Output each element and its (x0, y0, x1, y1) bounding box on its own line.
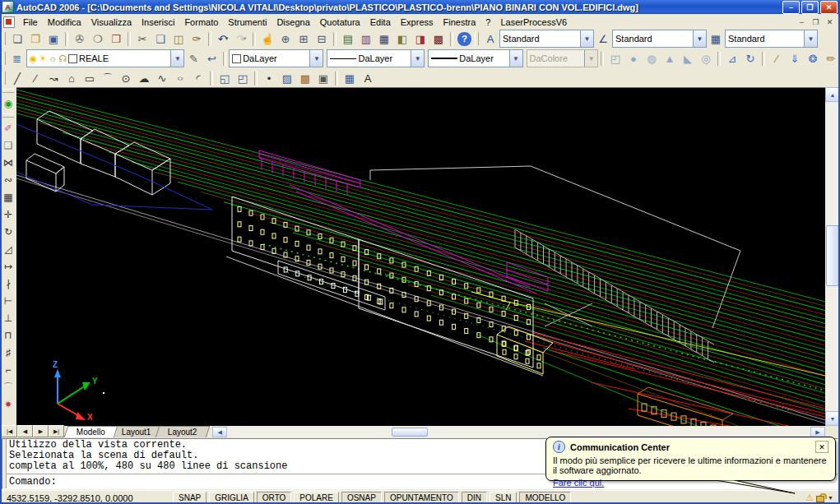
polyline-button[interactable]: ↝ (44, 69, 63, 87)
menu-visualizza[interactable]: Visualizza (86, 16, 137, 29)
menu-edita[interactable]: Edita (365, 16, 396, 29)
menu-express[interactable]: Express (396, 16, 439, 29)
zoom-window-button[interactable]: ⊞ (295, 30, 313, 48)
redo-dropdown-arrow[interactable]: ▾ (244, 35, 247, 42)
undo-button[interactable]: ↶▾ (214, 30, 232, 48)
box-button[interactable]: ◰ (606, 49, 624, 67)
cylinder-button[interactable]: ◍ (643, 49, 661, 67)
help-button[interactable]: ? (457, 32, 471, 46)
doc-minimize-button[interactable]: – (795, 16, 809, 28)
publish-button[interactable]: ❒ (107, 30, 125, 48)
extend-button[interactable]: ⊢ (0, 292, 16, 309)
chevron-down-icon[interactable]: ▼ (170, 50, 183, 67)
new-file-button[interactable]: ❏ (8, 30, 26, 48)
restore-button[interactable]: ❐ (801, 1, 819, 14)
tab-prev-button[interactable]: ◀ (17, 425, 33, 437)
doc-restore-button[interactable]: ❐ (809, 16, 823, 28)
copy-object-button[interactable]: ❏ (0, 136, 16, 154)
menu-modifica[interactable]: Modifica (43, 16, 86, 29)
point-button[interactable]: • (260, 69, 278, 87)
horizontal-scroll-thumb[interactable] (392, 428, 428, 437)
dim-style-combo[interactable]: Standard ▼ (612, 30, 707, 48)
toolbar-grip[interactable] (475, 32, 479, 45)
tab-last-button[interactable]: ▶| (49, 425, 64, 437)
make-block-button[interactable]: ◰ (234, 69, 252, 87)
chevron-down-icon[interactable]: ▼ (411, 50, 424, 67)
lineweight-combo[interactable]: DaLayer ▼ (428, 49, 522, 67)
circle-button[interactable]: ⊙ (117, 69, 135, 87)
toggle-opuntamento[interactable]: OPUNTAMENTO (384, 492, 459, 504)
fillet-button[interactable]: ⌒ (0, 378, 16, 395)
toolbar-grip[interactable] (2, 113, 14, 118)
unlock-icon[interactable] (816, 493, 825, 503)
hatch-button[interactable]: ▨ (278, 69, 296, 87)
zoom-previous-button[interactable]: ⊟ (313, 30, 331, 48)
minimize-button[interactable]: – (782, 1, 800, 14)
move-button[interactable]: ✛ (0, 206, 16, 223)
menu-file[interactable]: File (18, 16, 43, 29)
menu-quotatura[interactable]: Quotatura (315, 16, 365, 29)
extrude-button[interactable]: ⊿ (723, 49, 741, 67)
table-button[interactable]: ▦ (341, 69, 359, 87)
rectangle-button[interactable]: ▭ (81, 69, 99, 87)
chevron-down-icon[interactable]: ▼ (509, 50, 522, 67)
text-style-combo[interactable]: Standard ▼ (499, 30, 594, 48)
explode-button[interactable]: ✷ (0, 395, 16, 413)
3d-orbit-button[interactable]: ❂ (804, 49, 822, 67)
scroll-down-button[interactable]: ▼ (825, 411, 840, 426)
tool-palettes-button[interactable]: ▦ (375, 30, 393, 48)
chevron-down-icon[interactable]: ▼ (804, 30, 817, 47)
text-button[interactable]: A (359, 69, 377, 87)
scroll-up-button[interactable]: ▲ (825, 87, 840, 102)
toolbar-grip[interactable] (2, 52, 6, 65)
toggle-sln[interactable]: SLN (490, 492, 517, 504)
mirror-button[interactable]: ⋈ (0, 154, 16, 171)
close-button[interactable]: ✕ (820, 1, 838, 14)
open-folder-button[interactable]: ❐ (26, 30, 44, 48)
toggle-orto[interactable]: ORTO (257, 492, 292, 504)
markup-set-manager-button[interactable]: ◨ (411, 30, 429, 48)
tab-first-button[interactable]: |◀ (2, 425, 17, 437)
offset-button[interactable]: ∾ (0, 171, 16, 188)
quickcalc-button[interactable]: ▩ (429, 30, 448, 48)
ellipse-button[interactable]: ○ (171, 69, 189, 87)
doc-close-button[interactable]: ✕ (823, 16, 837, 28)
solidedit-button[interactable]: ✏ (822, 49, 840, 67)
designcenter-button[interactable]: ▥ (357, 30, 375, 48)
rotate-button[interactable]: ↻ (0, 223, 16, 240)
pan-realtime-button[interactable]: ☝ (258, 30, 276, 48)
cone-button[interactable]: ▲ (661, 49, 679, 67)
toolbar-grip[interactable] (2, 89, 14, 93)
tray-chevron-icon[interactable]: ▼ (828, 495, 833, 501)
wedge-button[interactable]: ◣ (679, 49, 697, 67)
save-button[interactable]: ▣ (44, 30, 63, 48)
menu-formato[interactable]: Formato (179, 16, 223, 29)
chevron-down-icon[interactable]: ▼ (309, 50, 323, 67)
coordinate-readout[interactable]: 4532.5159, -3292.8510, 0.0000 (0, 493, 163, 503)
tab-modello[interactable]: Modello (64, 426, 118, 437)
color-combo[interactable]: DaLayer ▼ (229, 49, 323, 67)
trim-button[interactable]: ∤ (0, 275, 16, 292)
revolve-button[interactable]: ↻ (741, 49, 759, 67)
make-object-layer-current-button[interactable]: ✎ (184, 49, 202, 67)
ellipse-arc-button[interactable]: ◜ (189, 69, 207, 87)
plot-button[interactable]: ✇ (71, 30, 89, 48)
insert-block-button[interactable]: ◱ (216, 69, 234, 87)
join-button[interactable]: ♯ (0, 344, 16, 361)
properties-palette-button[interactable]: ▤ (339, 30, 357, 48)
sphere-button[interactable]: ● (624, 49, 643, 67)
region-button[interactable]: ▣ (314, 69, 332, 87)
match-properties-button[interactable]: ✑ (188, 30, 206, 48)
donut-button[interactable]: ◉ (0, 95, 16, 112)
drawing-canvas[interactable]: Z Y X (16, 87, 825, 427)
undo-dropdown-arrow[interactable]: ▾ (225, 35, 229, 42)
gradient-button[interactable]: ▩ (296, 69, 314, 87)
toggle-polare[interactable]: POLARE (294, 492, 339, 504)
revision-cloud-button[interactable]: ☁ (135, 69, 153, 87)
erase-button[interactable]: ✐ (0, 119, 16, 136)
menu--[interactable]: ? (480, 16, 495, 29)
torus-button[interactable]: ◎ (697, 49, 715, 67)
scale-button[interactable]: ◿ (0, 240, 16, 257)
menu-finestra[interactable]: Finestra (439, 16, 481, 29)
tab-next-button[interactable]: ▶ (33, 425, 49, 437)
